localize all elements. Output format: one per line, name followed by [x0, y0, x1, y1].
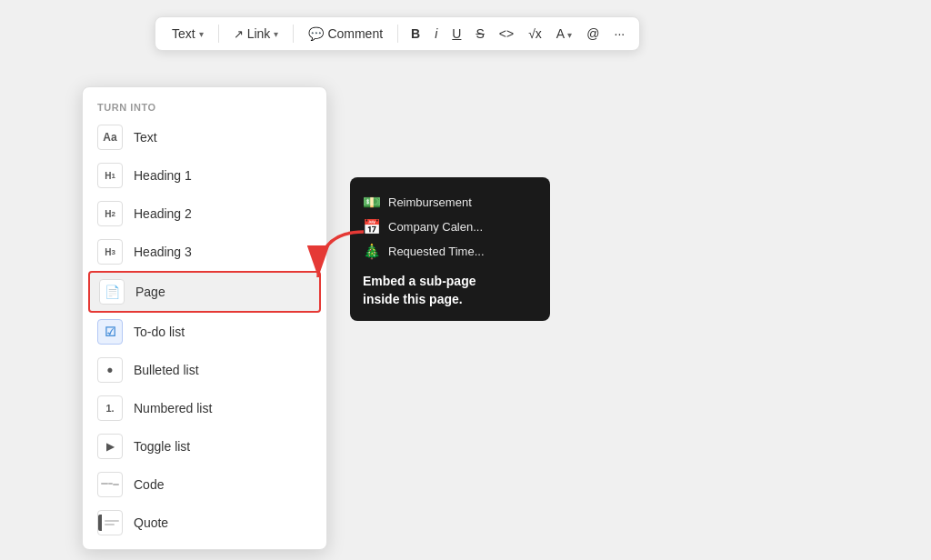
christmas-emoji: 🎄 [363, 243, 381, 260]
menu-item-code[interactable]: Code [83, 465, 326, 504]
strikethrough-label: S [476, 26, 484, 41]
bold-button[interactable]: B [405, 23, 425, 45]
code-block-icon [97, 472, 123, 497]
menu-numbered-label: Numbered list [134, 401, 212, 415]
italic-button[interactable]: i [429, 23, 443, 45]
requested-time-text: Requested Time... [388, 245, 485, 258]
math-button[interactable]: √x [523, 23, 547, 45]
color-button[interactable]: A ▾ [551, 23, 577, 45]
menu-heading1-label: Heading 1 [134, 168, 192, 183]
math-label: √x [528, 26, 542, 41]
heading2-icon: H2 [97, 201, 123, 226]
calendar-emoji: 📅 [363, 218, 381, 235]
color-label: A [556, 26, 565, 41]
turn-into-label: TURN INTO [83, 95, 326, 118]
page-icon: 📄 [99, 279, 125, 305]
code-label: <> [499, 26, 514, 41]
more-options-button[interactable]: ··· [609, 23, 631, 45]
numbered-icon: 1. [97, 395, 123, 421]
menu-item-bulleted[interactable]: • Bulleted list [83, 351, 326, 389]
menu-item-quote[interactable]: Quote [83, 504, 326, 542]
reimbursement-text: Reimbursement [388, 195, 472, 209]
todo-icon: ☑ [97, 319, 123, 345]
heading1-icon: H1 [97, 163, 123, 188]
menu-heading2-label: Heading 2 [134, 206, 192, 221]
tooltip-card: 💵 Reimbursement 📅 Company Calen... 🎄 Req… [350, 177, 550, 321]
bold-label: B [411, 26, 420, 41]
tooltip-item-2: 📅 Company Calen... [363, 215, 537, 239]
comment-icon: 💬 [308, 26, 324, 41]
color-chevron-icon: ▾ [567, 30, 572, 40]
menu-item-toggle[interactable]: ▶ Toggle list [83, 427, 326, 465]
link-chevron-icon: ▾ [274, 29, 278, 39]
tooltip-item-3: 🎄 Requested Time... [363, 239, 537, 264]
divider-3 [397, 25, 398, 43]
tooltip-item-1: 💵 Reimbursement [363, 190, 537, 215]
text-type-icon: Aa [97, 125, 123, 150]
toggle-icon: ▶ [97, 434, 123, 459]
tooltip-description: Embed a sub-page inside this page. [363, 273, 537, 308]
text-type-label: Text [172, 26, 195, 41]
menu-item-heading2[interactable]: H2 Heading 2 [83, 195, 326, 233]
text-type-button[interactable]: Text ▾ [165, 23, 211, 45]
menu-item-page[interactable]: 📄 Page [88, 271, 321, 313]
underline-label: U [452, 26, 461, 41]
italic-label: i [435, 26, 437, 41]
divider-1 [218, 25, 219, 43]
text-chevron-icon: ▾ [199, 29, 204, 39]
link-button[interactable]: ↗ Link ▾ [226, 23, 286, 45]
menu-item-text[interactable]: Aa Text [83, 118, 326, 156]
menu-page-label: Page [135, 285, 165, 299]
comment-button[interactable]: 💬 Comment [301, 23, 390, 45]
strikethrough-button[interactable]: S [470, 23, 489, 45]
heading3-icon: H3 [97, 239, 123, 265]
menu-toggle-label: Toggle list [134, 439, 190, 454]
menu-code-label: Code [134, 477, 164, 492]
menu-todo-label: To-do list [134, 325, 185, 339]
comment-label: Comment [327, 26, 383, 41]
link-label: Link [247, 26, 271, 41]
formatting-toolbar: Text ▾ ↗ Link ▾ 💬 Comment B i U S <> √x … [155, 16, 640, 51]
menu-item-todo[interactable]: ☑ To-do list [83, 313, 326, 351]
code-button[interactable]: <> [494, 23, 519, 45]
menu-item-heading3[interactable]: H3 Heading 3 [83, 233, 326, 271]
menu-heading3-label: Heading 3 [134, 245, 192, 259]
bullet-icon: • [97, 357, 123, 383]
menu-item-heading1[interactable]: H1 Heading 1 [83, 156, 326, 195]
mention-button[interactable]: @ [581, 23, 605, 45]
more-icon: ··· [615, 26, 626, 41]
calendar-text: Company Calen... [388, 220, 483, 234]
turn-into-dropdown: TURN INTO Aa Text H1 Heading 1 H2 Headin… [82, 86, 327, 550]
reimbursement-emoji: 💵 [363, 194, 381, 211]
menu-quote-label: Quote [134, 515, 168, 530]
menu-bulleted-label: Bulleted list [134, 363, 199, 377]
link-arrow-icon: ↗ [234, 27, 244, 41]
menu-item-numbered[interactable]: 1. Numbered list [83, 389, 326, 427]
mention-label: @ [586, 26, 599, 41]
underline-button[interactable]: U [446, 23, 466, 45]
divider-2 [293, 25, 294, 43]
quote-icon [97, 510, 123, 535]
menu-text-label: Text [134, 130, 157, 145]
